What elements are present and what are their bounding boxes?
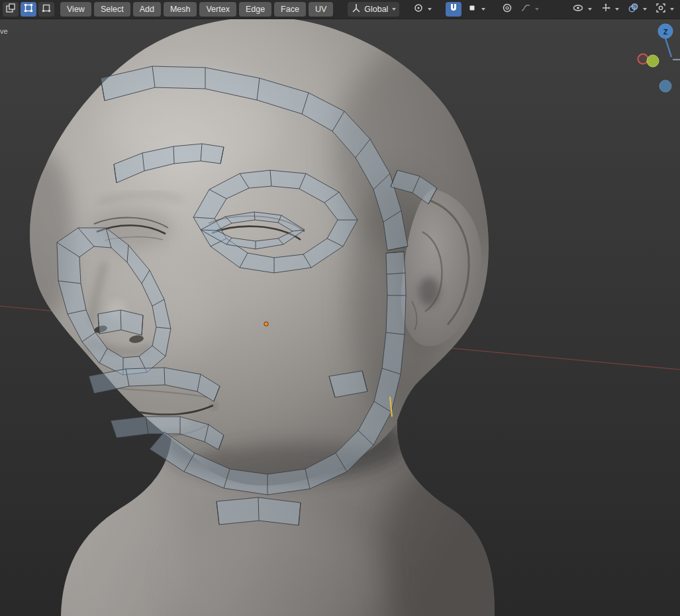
edit-mode-icon [23,3,34,16]
viewport-label-text: ve [0,27,8,35]
gizmo-axis-z-neg[interactable] [659,80,671,92]
viewport-3d[interactable]: Z ve [0,0,680,616]
chevron-down-icon [588,8,592,11]
gizmo-arrows-icon [601,3,611,16]
menu-bar: View Select Add Mesh Vertex Edge Face UV [60,2,333,17]
snap-settings-dropdown[interactable] [463,2,489,17]
menu-add[interactable]: Add [133,2,161,17]
gizmo-axis-y[interactable] [647,55,659,67]
chevron-down-icon [535,8,539,11]
menu-view[interactable]: View [60,2,91,17]
overlays-circles-icon [628,3,639,16]
gizmos-dropdown[interactable] [597,2,622,17]
menu-vertex[interactable]: Vertex [199,2,236,17]
origin-dot [264,322,268,326]
transform-orientation-dropdown[interactable]: Global [348,2,399,17]
editor-type-button[interactable] [3,2,19,17]
mode-select-button[interactable] [21,2,36,17]
select-mode-button[interactable] [38,2,54,17]
menu-uv[interactable]: UV [309,2,333,17]
magnet-icon [448,3,459,16]
menu-edge[interactable]: Edge [239,2,271,17]
chevron-down-icon [428,8,432,11]
chevron-down-icon [670,8,674,11]
snap-toggle-button[interactable] [446,2,461,17]
menu-face[interactable]: Face [274,2,306,17]
chevron-down-icon [643,8,647,11]
pivot-point-dropdown[interactable] [410,2,435,17]
eye-icon [572,3,584,16]
gizmo-axis-x-neg[interactable] [638,54,648,64]
snap-target-icon [467,3,477,16]
blender-window: Z ve View Select Add Mesh Vertex [0,0,680,616]
menu-select[interactable]: Select [94,2,130,17]
proportional-editing-icon [502,3,512,16]
falloff-curve-icon [520,3,531,16]
overlays-dropdown[interactable] [624,2,650,17]
gizmo-z-label: Z [663,28,668,36]
shading-dropdown[interactable] [652,2,677,17]
pivot-point-icon [413,3,424,16]
proportional-editing-button[interactable] [499,2,515,17]
transform-orientation-value: Global [364,5,388,14]
chevron-down-icon [392,8,396,11]
viewport-shading-icon [656,3,666,16]
chevron-down-icon [615,8,619,11]
visibility-dropdown[interactable] [569,2,595,17]
chevron-down-icon [481,8,485,11]
proportional-falloff-dropdown[interactable] [517,2,542,17]
menu-mesh[interactable]: Mesh [164,2,197,17]
editor-type-icon [5,3,16,16]
viewport-canvas[interactable]: Z [0,0,680,616]
select-mode-icon [41,3,52,16]
orientation-axes-icon [351,3,362,16]
viewport-header: View Select Add Mesh Vertex Edge Face UV… [0,0,680,19]
